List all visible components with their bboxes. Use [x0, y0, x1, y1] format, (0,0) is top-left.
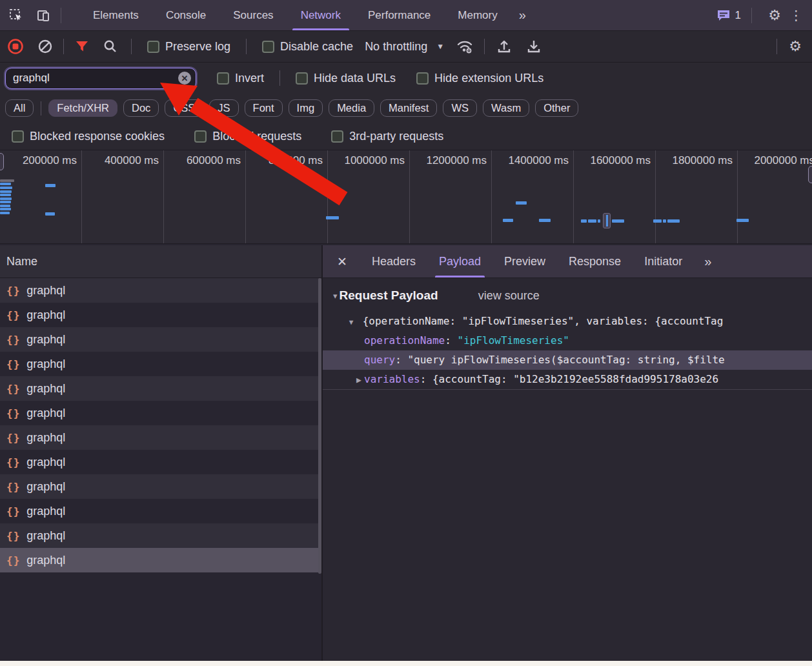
request-row[interactable]: {}graphql — [0, 303, 321, 327]
waterfall-bar[interactable] — [0, 187, 12, 189]
filter-input-wrapper: ✕ — [5, 68, 196, 89]
filter-chip-ws[interactable]: WS — [443, 99, 477, 117]
filter-chip-js[interactable]: JS — [209, 99, 238, 117]
waterfall-bar[interactable] — [45, 184, 56, 187]
network-overview[interactable]: 200000 ms400000 ms600000 ms800000 ms1000… — [0, 150, 812, 244]
filter-button[interactable] — [70, 35, 94, 57]
filter-chip-all[interactable]: All — [5, 99, 34, 117]
preserve-log-checkbox[interactable]: Preserve log — [141, 40, 237, 54]
tab-performance[interactable]: Performance — [354, 0, 444, 30]
close-detail-button[interactable]: ✕ — [323, 254, 360, 269]
tab-memory[interactable]: Memory — [444, 0, 511, 30]
request-row[interactable]: {}graphql — [0, 376, 321, 401]
tab-elements[interactable]: Elements — [79, 0, 152, 30]
request-row[interactable]: {}graphql — [0, 548, 321, 572]
device-toolbar-button[interactable] — [32, 5, 54, 26]
network-conditions-button[interactable] — [453, 35, 476, 57]
checkbox-3rd-party-requests[interactable]: 3rd-party requests — [325, 130, 450, 143]
filter-chip-media[interactable]: Media — [329, 99, 374, 117]
waterfall-bar[interactable] — [0, 179, 14, 182]
checkbox-blocked-response-cookies[interactable]: Blocked response cookies — [5, 130, 171, 143]
detail-tab-response[interactable]: Response — [557, 245, 633, 278]
overview-right-handle[interactable] — [808, 166, 812, 183]
detail-tab-preview[interactable]: Preview — [492, 245, 557, 278]
request-row[interactable]: {}graphql — [0, 327, 321, 352]
waterfall-bar[interactable] — [598, 219, 600, 223]
filter-chip-other[interactable]: Other — [535, 99, 578, 117]
waterfall-bar[interactable] — [503, 219, 513, 222]
waterfall-bar[interactable] — [45, 212, 55, 216]
tab-console[interactable]: Console — [152, 0, 219, 30]
detail-tab-initiator[interactable]: Initiator — [633, 245, 694, 278]
filter-chip-img[interactable]: Img — [289, 99, 323, 117]
request-detail-panel: ✕ HeadersPayloadPreviewResponseInitiator… — [323, 245, 812, 661]
request-row[interactable]: {}graphql — [0, 450, 321, 474]
more-detail-tabs-button[interactable]: » — [696, 254, 718, 269]
waterfall-bar[interactable] — [653, 219, 662, 223]
request-row[interactable]: {}graphql — [0, 425, 321, 450]
detail-tab-payload[interactable]: Payload — [427, 245, 492, 278]
waterfall-bar[interactable] — [0, 190, 12, 193]
filter-chip-wasm[interactable]: Wasm — [483, 99, 529, 117]
view-source-link[interactable]: view source — [478, 289, 540, 303]
waterfall-bar[interactable] — [516, 201, 527, 205]
request-row[interactable]: {}graphql — [0, 401, 321, 425]
network-settings-button[interactable]: ⚙ — [784, 35, 807, 57]
payload-row-operationName[interactable]: operationName: "ipFlowTimeseries" — [323, 331, 812, 350]
name-column-header[interactable]: Name — [0, 245, 321, 278]
request-row[interactable]: {}graphql — [0, 474, 321, 499]
section-caret-icon[interactable]: ▾ — [333, 291, 338, 301]
more-tabs-button[interactable]: » — [511, 8, 533, 23]
waterfall-bar[interactable] — [588, 219, 596, 223]
main-menu-button[interactable]: ⋮ — [786, 8, 812, 23]
waterfall-bar[interactable] — [612, 219, 624, 223]
waterfall-bar[interactable] — [0, 197, 12, 200]
clear-filter-button[interactable]: ✕ — [178, 72, 191, 85]
invert-checkbox[interactable]: Invert — [210, 72, 270, 85]
waterfall-bar[interactable] — [0, 183, 11, 185]
clear-network-log-button[interactable] — [34, 35, 57, 57]
waterfall-bar[interactable] — [581, 219, 587, 223]
overview-left-handle[interactable] — [0, 153, 4, 170]
selected-request-marker[interactable] — [603, 213, 611, 228]
settings-button[interactable]: ⚙ — [764, 5, 786, 26]
waterfall-bar[interactable] — [0, 201, 11, 203]
request-row[interactable]: {}graphql — [0, 523, 321, 548]
waterfall-bar[interactable] — [663, 219, 666, 223]
export-har-button[interactable] — [522, 35, 545, 57]
waterfall-bar[interactable] — [326, 216, 339, 219]
waterfall-bar[interactable] — [0, 194, 11, 196]
filter-chip-fetch-xhr[interactable]: Fetch/XHR — [48, 99, 117, 117]
hide-data-urls-checkbox[interactable]: Hide data URLs — [289, 72, 402, 85]
filter-input[interactable] — [6, 72, 196, 85]
throttling-select[interactable]: No throttling ▼ — [360, 40, 449, 54]
search-button[interactable] — [99, 35, 122, 57]
issues-counter[interactable]: 1 — [716, 9, 741, 22]
requests-scrollbar[interactable] — [318, 278, 321, 574]
record-network-log-button[interactable] — [4, 35, 27, 57]
filter-chip-doc[interactable]: Doc — [123, 99, 159, 117]
payload-row-variables[interactable]: ▶variables: {accountTag: "b12e3b2192ee55… — [323, 370, 812, 389]
request-row[interactable]: {}graphql — [0, 352, 321, 376]
hide-extension-urls-checkbox[interactable]: Hide extension URLs — [410, 72, 550, 85]
waterfall-bar[interactable] — [0, 208, 11, 210]
filter-chip-manifest[interactable]: Manifest — [380, 99, 437, 117]
tab-sources[interactable]: Sources — [219, 0, 287, 30]
detail-tab-headers[interactable]: Headers — [360, 245, 427, 278]
waterfall-bar[interactable] — [0, 205, 10, 207]
request-row[interactable]: {}graphql — [0, 499, 321, 523]
disable-cache-checkbox[interactable]: Disable cache — [256, 40, 360, 54]
tab-network[interactable]: Network — [287, 0, 354, 30]
checkbox-blocked-requests[interactable]: Blocked requests — [188, 130, 308, 143]
inspect-element-button[interactable] — [5, 5, 27, 26]
waterfall-bar[interactable] — [0, 212, 10, 214]
waterfall-bar[interactable] — [539, 219, 551, 222]
filter-chip-font[interactable]: Font — [245, 99, 283, 117]
filter-chip-css[interactable]: CSS — [165, 99, 203, 117]
payload-summary-row[interactable]: ▼ {operationName: "ipFlowTimeseries", va… — [323, 312, 812, 331]
waterfall-bar[interactable] — [736, 219, 749, 222]
import-har-button[interactable] — [492, 35, 516, 57]
waterfall-bar[interactable] — [667, 219, 680, 223]
request-row[interactable]: {}graphql — [0, 278, 321, 303]
payload-row-query[interactable]: query: "query ipFlowTimeseries($accountT… — [323, 350, 812, 370]
